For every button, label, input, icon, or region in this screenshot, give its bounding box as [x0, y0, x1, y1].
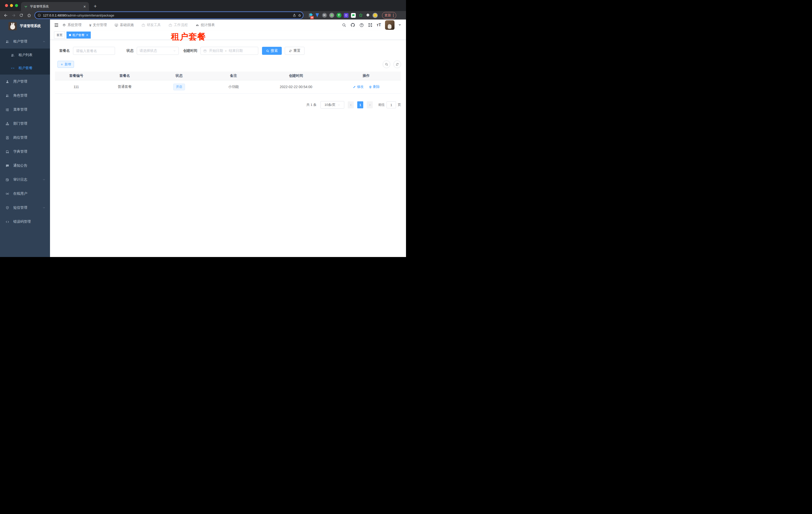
extension-star-icon[interactable] [358, 13, 363, 18]
url-bar[interactable]: 127.0.0.1:48080/admin-ui/system/tenant/p… [34, 11, 303, 19]
next-page-button[interactable] [367, 101, 373, 108]
top-nav-system[interactable]: 系统管理 [62, 23, 82, 27]
status-select[interactable]: 请选择状态 [137, 47, 179, 55]
help-icon[interactable] [359, 23, 364, 28]
sidebar-item-tenant-list[interactable]: 租户列表 [0, 49, 50, 61]
sidebar-item-post-management[interactable]: 岗位管理 [0, 131, 50, 145]
sidebar-item-notice[interactable]: 通知公告 [0, 159, 50, 173]
calendar-icon [203, 49, 207, 53]
goto-page-group: 前往 页 [378, 101, 401, 108]
top-nav-devtools[interactable]: 研发工具 [142, 23, 161, 27]
reload-icon[interactable] [18, 12, 25, 19]
top-nav-infra[interactable]: 基础设施 [115, 23, 134, 27]
extension-y-icon[interactable]: Y [336, 13, 342, 18]
sidebar-item-user-management[interactable]: 用户管理 [0, 75, 50, 88]
sidebar-item-role-management[interactable]: 角色管理 [0, 88, 50, 103]
reset-button[interactable]: 重置 [285, 47, 304, 55]
active-tag-dot [69, 34, 71, 36]
refresh-icon [289, 49, 292, 53]
package-name-input[interactable] [73, 47, 115, 55]
extension-shield-icon[interactable] [344, 13, 349, 18]
sidebar-item-online-users[interactable]: 在线用户 [0, 187, 50, 201]
home-icon[interactable] [26, 12, 32, 19]
forward-icon[interactable] [10, 12, 17, 19]
status-badge: 开启 [173, 84, 185, 90]
profile-avatar-icon[interactable] [373, 13, 378, 18]
sidebar-item-audit-log[interactable]: 审计日志 [0, 173, 50, 187]
sidebar-item-dict-management[interactable]: 字典管理 [0, 145, 50, 159]
tag-tenant-package[interactable]: 租户套餐 ✕ [66, 31, 91, 38]
tab-favicon-sprout-icon [24, 5, 28, 8]
org-chart-icon [5, 122, 9, 126]
search-icon[interactable] [342, 23, 346, 27]
window-zoom-button[interactable] [15, 4, 18, 7]
extension-command-icon[interactable]: ⌘ [322, 13, 327, 18]
toggle-search-button[interactable] [383, 60, 390, 68]
users-icon [5, 40, 9, 44]
extension-blocks-icon[interactable]: 10 [307, 13, 313, 18]
share-icon[interactable] [292, 13, 296, 17]
cell-remark: 小功能 [206, 85, 261, 89]
search-button[interactable]: 搜索 [262, 47, 282, 55]
site-info-icon[interactable] [37, 13, 41, 17]
font-size-icon[interactable]: тT [377, 23, 381, 27]
top-nav-report[interactable]: 统计报表 [196, 23, 215, 27]
table-toolbar: 新增 [55, 60, 401, 68]
users-icon [11, 53, 14, 57]
sidebar-item-tenant-management[interactable]: 租户管理 [0, 34, 50, 49]
chevron-up-icon [42, 40, 46, 43]
tag-close-icon[interactable]: ✕ [86, 33, 88, 37]
browser-tab[interactable]: 芋道管理系统 ✕ [21, 2, 89, 11]
sidebar-logo-row[interactable]: 芋道管理系统 [0, 20, 50, 32]
back-icon[interactable] [2, 12, 9, 19]
cell-create-time: 2022-02-22 00:54:00 [261, 85, 331, 89]
browser-update-button[interactable]: 更新 [382, 12, 396, 19]
prev-page-button[interactable] [348, 101, 354, 108]
user-avatar[interactable] [385, 20, 395, 30]
extension-record-icon[interactable] [329, 13, 334, 18]
tab-close-icon[interactable]: ✕ [83, 5, 86, 8]
sidebar-item-sms-management[interactable]: 短信管理 [0, 201, 50, 215]
tag-home[interactable]: 首页 [54, 31, 65, 38]
extensions-puzzle-icon[interactable] [365, 13, 371, 18]
browser-menu-kebab-icon[interactable] [393, 14, 394, 17]
sidebar-item-error-code[interactable]: 错误码管理 [0, 215, 50, 229]
app-logo-rabbit [8, 22, 17, 30]
page-size-select[interactable]: 10条/页 [320, 101, 344, 109]
sidebar-collapse-icon[interactable] [54, 23, 59, 28]
edit-link[interactable]: 修改 [353, 85, 364, 89]
top-nav-pay[interactable]: ¥ 支付管理 [89, 23, 107, 27]
sidebar-submenu-tenant: 租户列表 租户套餐 [0, 49, 50, 75]
extension-chat-icon[interactable] [351, 13, 356, 18]
bookmark-star-icon[interactable] [298, 13, 301, 17]
packages-table: 套餐编号 套餐名 状态 备注 创建时间 操作 111 普通套餐 开启 小功能 [55, 72, 401, 93]
avatar-caret-icon[interactable] [399, 24, 401, 26]
page-number-1[interactable]: 1 [357, 101, 363, 108]
tree-list-icon [5, 108, 9, 112]
goto-page-input[interactable] [386, 101, 396, 108]
sidebar-item-menu-management[interactable]: 菜单管理 [0, 103, 50, 117]
header-create-time: 创建时间 [261, 74, 331, 78]
extension-kite-icon[interactable] [315, 13, 320, 18]
header-status: 状态 [152, 74, 206, 78]
header-package-id: 套餐编号 [55, 74, 97, 78]
goto-label: 前往 [378, 103, 385, 107]
sidebar-item-department-management[interactable]: 部门管理 [0, 117, 50, 131]
window-close-button[interactable] [5, 4, 8, 7]
refresh-table-button[interactable] [394, 60, 401, 68]
add-button[interactable]: 新增 [58, 61, 74, 68]
header-package-name: 套餐名 [97, 74, 152, 78]
new-tab-button[interactable]: + [91, 2, 99, 10]
github-icon[interactable] [350, 23, 355, 28]
top-nav-workflow[interactable]: 工作流程 [169, 23, 188, 27]
window-minimize-button[interactable] [10, 4, 13, 7]
date-range-picker[interactable]: 开始日期 - 结束日期 [201, 47, 258, 55]
fullscreen-icon[interactable] [368, 23, 373, 27]
gear-icon [62, 23, 66, 27]
end-date-placeholder[interactable]: 结束日期 [229, 49, 243, 53]
sidebar-item-tenant-package[interactable]: 租户套餐 [0, 61, 50, 75]
table-row: 111 普通套餐 开启 小功能 2022-02-22 00:54:00 修改 [55, 80, 401, 93]
browser-toolbar: 127.0.0.1:48080/admin-ui/system/tenant/p… [0, 11, 406, 20]
delete-link[interactable]: 删除 [369, 85, 380, 89]
start-date-placeholder[interactable]: 开始日期 [209, 49, 223, 53]
